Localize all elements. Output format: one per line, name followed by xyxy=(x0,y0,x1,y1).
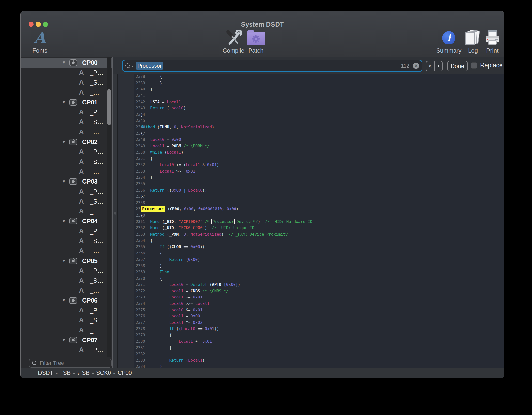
code-line: 2365 If ((CLOD == 0x00)) xyxy=(118,244,504,250)
tree-child-row[interactable]: A_… xyxy=(21,286,112,296)
breadcrumb: DSDT▸_SB▸\_SB▸SCK0▸CP00 xyxy=(38,370,132,376)
tree-child-row[interactable]: A_… xyxy=(21,88,112,97)
find-previous-button[interactable]: < xyxy=(426,61,434,71)
tree-child-label: _P… xyxy=(90,346,104,354)
tree-child-row[interactable]: A_… xyxy=(21,206,112,216)
code-line: 2374 Local0 >>= Local1 xyxy=(118,300,504,307)
tree-group-label: CP04 xyxy=(82,218,98,225)
code-text: } xyxy=(122,263,162,269)
code-text: Method (_PXM, 0, NotSerialized) // _PXM:… xyxy=(122,231,288,237)
breadcrumb-item[interactable]: \_SB xyxy=(77,370,90,376)
code-line: 2366 { xyxy=(118,250,504,256)
find-search-field[interactable]: ⌄ Processor 112 ✕ xyxy=(122,60,422,72)
tree-group-row-cp05[interactable]: ▼CP05 xyxy=(21,256,112,266)
code-text: Local0 += (Local1 & 0x01) xyxy=(122,162,219,168)
tree-child-row[interactable]: A_P… xyxy=(21,266,112,276)
done-button[interactable]: Done xyxy=(447,61,468,71)
tree-child-row[interactable]: A_… xyxy=(21,127,112,137)
scope-icon xyxy=(69,139,77,145)
tree-child-row[interactable]: A_P… xyxy=(21,147,112,157)
code-line: 2352 Local0 += (Local1 & 0x01) xyxy=(118,162,504,168)
disclosure-triangle-icon[interactable]: ▼ xyxy=(61,140,67,145)
tree-group-row-cp06[interactable]: ▼CP06 xyxy=(21,296,112,305)
disclosure-triangle-icon[interactable]: ▼ xyxy=(61,258,67,263)
code-editor[interactable]: 2338 {2339 }2340 }23412342 LSTA = Local1… xyxy=(113,74,504,369)
tree-child-row[interactable]: A_S… xyxy=(21,276,112,286)
tree-child-row[interactable]: A_P… xyxy=(21,226,112,236)
code-line: 2383 Return (Local1) xyxy=(118,357,504,364)
tree-group-row-cp03[interactable]: ▼CP03 xyxy=(21,177,112,187)
tree-child-row[interactable]: A_S… xyxy=(21,157,112,167)
code-text: Method (THNU, 0, NotSerialized) xyxy=(122,124,214,130)
filter-tree-input[interactable]: Filter Tree xyxy=(29,359,112,368)
method-icon: A xyxy=(78,89,85,96)
tree-child-row[interactable]: A_P… xyxy=(21,107,112,117)
tree-child-row[interactable]: A_P… xyxy=(21,187,112,196)
code-text: { xyxy=(122,250,162,256)
code-line: 2378 If ((Local0 == 0x01)) xyxy=(118,326,504,332)
fonts-toolbar-button[interactable]: A Fonts xyxy=(21,29,58,54)
search-menu-chevron-icon[interactable]: ⌄ xyxy=(131,64,134,68)
disclosure-triangle-icon[interactable]: ▼ xyxy=(61,179,67,184)
breadcrumb-item[interactable]: DSDT xyxy=(38,370,53,376)
sidebar-scrollbar-thumb[interactable] xyxy=(107,89,111,125)
search-hit-count: 112 xyxy=(401,63,409,69)
code-line: 2364 { xyxy=(118,237,504,244)
code-line: 2340 } xyxy=(118,86,504,92)
tree-child-label: _… xyxy=(90,208,99,215)
tree-child-row[interactable]: A_… xyxy=(21,167,112,177)
tree-group-row-cp02[interactable]: ▼CP02 xyxy=(21,137,112,147)
tree-child-row[interactable]: A_S… xyxy=(21,315,112,325)
tree-child-row[interactable]: A_S… xyxy=(21,355,112,357)
code-text: If ((CLOD == 0x00)) xyxy=(122,244,205,250)
tree-child-row[interactable]: A_… xyxy=(21,246,112,256)
tree-group-row-cp04[interactable]: ▼CP04 xyxy=(21,216,112,226)
replace-checkbox[interactable] xyxy=(471,62,477,69)
line-number: 2358 xyxy=(118,200,145,206)
disclosure-triangle-icon[interactable]: ▼ xyxy=(61,298,67,303)
clear-search-button[interactable]: ✕ xyxy=(413,63,419,69)
code-text: Local1 += 0x01 xyxy=(122,338,212,345)
tree-child-label: _… xyxy=(90,327,99,334)
code-text: Local1 >>= 0x01 xyxy=(122,168,195,175)
patch-toolbar-button[interactable]: Patch xyxy=(237,29,274,54)
editor-splitter-strip[interactable] xyxy=(113,74,118,369)
code-text: } xyxy=(122,345,172,351)
code-text: } xyxy=(122,174,153,181)
find-next-button[interactable]: > xyxy=(435,61,442,71)
sidebar-scrollbar[interactable] xyxy=(107,57,111,357)
tree-child-label: _S… xyxy=(90,119,104,126)
disclosure-triangle-icon[interactable]: ▼ xyxy=(61,338,67,342)
tree-child-label: _P… xyxy=(90,228,104,235)
find-bar: ⌄ Processor 112 ✕ < > Done Replace xyxy=(113,57,504,74)
disclosure-triangle-icon[interactable]: ▼ xyxy=(61,100,67,105)
code-text: Return (Local1) xyxy=(122,357,205,364)
tree-group-label: CP03 xyxy=(82,178,98,185)
disclosure-triangle-icon[interactable]: ▼ xyxy=(61,219,67,224)
tree-child-row[interactable]: A_P… xyxy=(21,345,112,355)
tree-child-row[interactable]: A_S… xyxy=(21,117,112,127)
scope-icon xyxy=(69,258,77,264)
tree-child-row[interactable]: A_… xyxy=(21,325,112,335)
code-text: } xyxy=(122,80,162,86)
code-text: Return (0x00) xyxy=(122,256,200,263)
tree-group-row-cp00[interactable]: ▼CP00 xyxy=(21,58,112,68)
tree-group-row-cp01[interactable]: ▼CP01 xyxy=(21,97,112,107)
method-icon: A xyxy=(78,307,85,314)
code-line: 2375 Local0 &= 0x01 xyxy=(118,307,504,313)
tree-child-row[interactable]: A_S… xyxy=(21,196,112,206)
tree-child-row[interactable]: A_P… xyxy=(21,68,112,77)
tree-group-row-cp07[interactable]: ▼CP07 xyxy=(21,335,112,345)
print-toolbar-button[interactable]: Print xyxy=(474,29,504,54)
scope-icon xyxy=(69,218,77,224)
splitter-handle-dot[interactable] xyxy=(114,212,116,215)
breadcrumb-item[interactable]: CP00 xyxy=(118,370,132,376)
sidebar-tree[interactable]: ▼CP00A_P…A_S…A_…▼CP01A_P…A_S…A_…▼CP02A_P… xyxy=(21,57,112,357)
disclosure-triangle-icon[interactable]: ▼ xyxy=(61,60,67,65)
breadcrumb-item[interactable]: SCK0 xyxy=(96,370,111,376)
tree-child-row[interactable]: A_S… xyxy=(21,78,112,88)
tree-child-label: _P… xyxy=(90,267,104,274)
tree-child-row[interactable]: A_P… xyxy=(21,305,112,315)
breadcrumb-item[interactable]: _SB xyxy=(60,370,71,376)
tree-child-row[interactable]: A_S… xyxy=(21,236,112,246)
